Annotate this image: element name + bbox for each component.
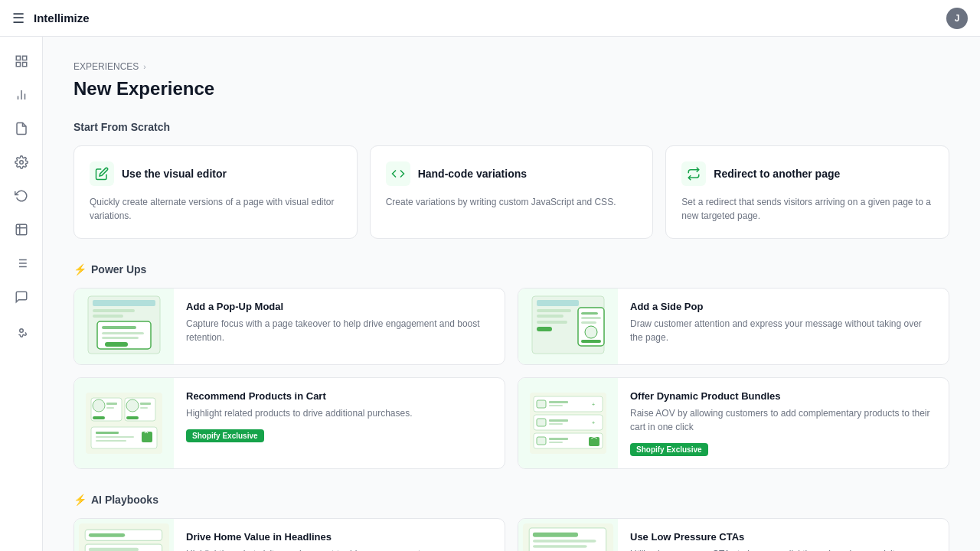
low-pressure-ctas-desc: Utilize low pressure CTAs to increase cl…: [630, 547, 936, 551]
power-ups-section-title: ⚡ Power Ups: [74, 263, 949, 276]
svg-point-43: [126, 399, 139, 412]
recommend-products-card[interactable]: Recommend Products in Cart Highlight rel…: [74, 377, 505, 469]
popup-modal-desc: Capture focus with a page takeover to he…: [186, 317, 492, 344]
drive-home-value-title: Drive Home Value in Headlines: [186, 531, 492, 543]
breadcrumb: EXPERIENCES ›: [74, 61, 949, 72]
sidebar-item-tools[interactable]: [6, 315, 37, 346]
svg-rect-27: [537, 315, 564, 318]
svg-rect-48: [96, 432, 119, 434]
svg-rect-80: [533, 545, 587, 548]
svg-point-7: [19, 161, 23, 165]
product-bundles-card[interactable]: + + Offer Dynamic Product Bundles: [518, 377, 949, 469]
svg-rect-67: [589, 437, 599, 446]
svg-rect-41: [93, 416, 105, 419]
product-bundles-title: Offer Dynamic Product Bundles: [630, 390, 936, 402]
svg-rect-79: [533, 540, 596, 543]
svg-rect-2: [16, 63, 20, 67]
svg-rect-51: [142, 432, 152, 442]
scratch-cards-container: Use the visual editor Quickly create alt…: [74, 145, 949, 239]
hand-code-card[interactable]: Hand-code variations Create variations b…: [370, 145, 654, 239]
svg-rect-56: [549, 405, 563, 406]
svg-point-38: [93, 399, 105, 412]
svg-rect-45: [140, 407, 148, 409]
svg-rect-25: [537, 300, 579, 306]
svg-rect-0: [16, 56, 20, 60]
visual-editor-card[interactable]: Use the visual editor Quickly create alt…: [74, 145, 358, 239]
visual-editor-title: Use the visual editor: [122, 168, 227, 180]
shopify-badge-bundles: Shopify Exclusive: [630, 443, 708, 456]
svg-point-14: [19, 329, 23, 333]
svg-rect-33: [581, 321, 596, 324]
svg-rect-61: [549, 423, 563, 425]
recommend-products-desc: Highlight related products to drive addi…: [186, 406, 492, 420]
svg-rect-23: [105, 342, 128, 347]
svg-rect-39: [106, 403, 117, 405]
visual-editor-desc: Quickly create alternate versions of a p…: [90, 195, 341, 223]
menu-icon[interactable]: ☰: [12, 10, 24, 27]
svg-rect-18: [93, 315, 123, 318]
side-pop-desc: Draw customer attention and express your…: [630, 317, 936, 344]
sidebar-item-reports[interactable]: [6, 113, 37, 144]
svg-rect-70: [89, 533, 125, 537]
redirect-icon: [681, 161, 706, 186]
playbook-cards-container: Drive Home Value in Headlines Highlighti…: [74, 518, 949, 551]
svg-text:+: +: [592, 402, 595, 407]
sidebar-item-segments[interactable]: [6, 248, 37, 279]
svg-rect-54: [537, 400, 546, 408]
svg-rect-59: [537, 419, 546, 426]
svg-rect-28: [537, 321, 567, 324]
popup-modal-card[interactable]: Add a Pop-Up Modal Capture focus with a …: [74, 288, 505, 365]
sidebar-item-settings[interactable]: [6, 147, 37, 178]
svg-rect-78: [533, 533, 578, 537]
svg-rect-50: [96, 440, 126, 442]
svg-rect-20: [102, 326, 136, 329]
side-pop-card[interactable]: Add a Side Pop Draw customer attention a…: [518, 288, 949, 365]
svg-rect-49: [96, 436, 134, 438]
sidebar: [0, 0, 43, 551]
hand-code-desc: Create variations by writing custom Java…: [386, 195, 638, 209]
recommend-products-image: [74, 378, 174, 468]
svg-rect-46: [126, 416, 139, 419]
breadcrumb-parent[interactable]: EXPERIENCES: [74, 61, 139, 72]
svg-rect-55: [549, 401, 568, 403]
svg-rect-3: [22, 63, 26, 67]
svg-rect-16: [93, 300, 155, 306]
sidebar-item-dashboard[interactable]: [6, 46, 37, 77]
popup-modal-title: Add a Pop-Up Modal: [186, 301, 492, 312]
redirect-card[interactable]: Redirect to another page Set a redirect …: [665, 145, 949, 239]
app-logo: Intellimize: [34, 11, 90, 24]
sidebar-item-analytics[interactable]: [6, 80, 37, 110]
redirect-title: Redirect to another page: [714, 168, 840, 180]
side-pop-title: Add a Side Pop: [630, 301, 936, 312]
svg-rect-29: [537, 327, 552, 331]
svg-rect-22: [102, 337, 139, 339]
low-pressure-ctas-card[interactable]: Use Low Pressure CTAs Utilize low pressu…: [518, 518, 949, 551]
user-avatar[interactable]: J: [946, 8, 968, 29]
hand-code-icon: [386, 161, 410, 186]
svg-text:+: +: [592, 420, 595, 425]
powerup-cards-container: Add a Pop-Up Modal Capture focus with a …: [74, 288, 949, 469]
shopify-badge-recommend: Shopify Exclusive: [186, 429, 264, 442]
svg-rect-66: [549, 442, 563, 443]
main-content: EXPERIENCES › New Experience Start From …: [43, 37, 980, 551]
svg-rect-26: [537, 309, 571, 312]
svg-rect-17: [93, 309, 135, 312]
popup-modal-image: [74, 289, 174, 364]
recommend-products-title: Recommend Products in Cart: [186, 390, 492, 402]
start-from-scratch-section: Start From Scratch: [74, 121, 949, 133]
svg-rect-32: [581, 317, 601, 319]
svg-rect-64: [537, 437, 546, 445]
ai-playbooks-icon: ⚡: [74, 494, 87, 506]
sidebar-item-messages[interactable]: [6, 282, 37, 312]
breadcrumb-chevron: ›: [143, 63, 145, 71]
svg-rect-72: [89, 548, 139, 551]
sidebar-item-experiments[interactable]: [6, 214, 37, 245]
page-title: New Experience: [74, 78, 949, 99]
svg-rect-31: [581, 312, 598, 315]
svg-rect-35: [581, 340, 601, 343]
svg-rect-65: [549, 438, 568, 440]
drive-home-value-card[interactable]: Drive Home Value in Headlines Highlighti…: [74, 518, 505, 551]
low-pressure-ctas-image: [518, 519, 618, 551]
sidebar-item-history[interactable]: [6, 181, 37, 211]
drive-home-value-image: [74, 519, 174, 551]
